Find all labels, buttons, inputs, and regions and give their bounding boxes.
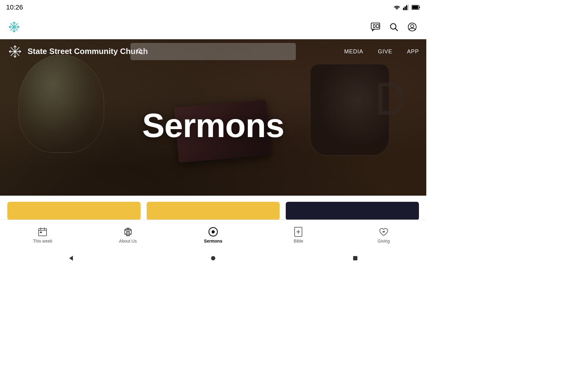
recent-button[interactable] (349, 251, 362, 265)
hero-title: Sermons (142, 106, 284, 145)
nav-item-giving[interactable]: Giving (341, 224, 426, 247)
svg-rect-20 (373, 25, 375, 28)
this-week-icon (38, 227, 47, 237)
svg-point-25 (411, 25, 414, 28)
android-nav-bar (0, 250, 426, 266)
svg-rect-6 (419, 6, 420, 8)
svg-rect-19 (371, 23, 380, 29)
hero-glass-decoration (18, 55, 104, 153)
status-icons (393, 5, 420, 10)
svg-marker-52 (69, 256, 73, 261)
hero-nav-links: MEDIA GIVE APP (344, 48, 419, 55)
nav-item-this-week[interactable]: This week (0, 224, 85, 247)
app-logo-icon[interactable] (7, 20, 21, 34)
status-bar: 10:26 (0, 0, 426, 15)
sermons-icon (208, 227, 218, 237)
hero-search-icon (137, 48, 143, 55)
status-time: 10:26 (6, 3, 23, 11)
giving-label: Giving (378, 239, 390, 243)
svg-rect-0 (403, 8, 404, 10)
battery-icon (412, 5, 420, 10)
church-logo-hero-icon (7, 44, 23, 59)
nav-link-give[interactable]: GIVE (378, 48, 392, 55)
nav-item-sermons[interactable]: Sermons (171, 224, 256, 247)
back-button[interactable] (64, 251, 78, 265)
giving-icon (379, 227, 389, 237)
home-button[interactable] (206, 251, 220, 265)
bottom-nav: This week About Us (0, 220, 426, 250)
content-card-3[interactable] (286, 202, 419, 220)
top-app-bar-actions (369, 20, 419, 34)
svg-rect-40 (39, 228, 47, 236)
hero-search-bar[interactable] (130, 43, 296, 60)
svg-rect-5 (412, 6, 418, 9)
about-us-label: About Us (119, 239, 137, 243)
nav-item-about-us[interactable]: About Us (85, 224, 170, 247)
nav-item-bible[interactable]: Bible (256, 224, 341, 247)
svg-rect-21 (376, 25, 379, 28)
svg-rect-2 (406, 5, 407, 10)
nav-link-media[interactable]: MEDIA (344, 48, 363, 55)
search-input[interactable] (147, 48, 290, 55)
signal-icon (403, 5, 409, 10)
chat-button[interactable] (369, 20, 382, 34)
top-app-bar (0, 15, 426, 39)
svg-line-39 (141, 52, 143, 54)
nav-link-app[interactable]: APP (407, 48, 419, 55)
wifi-icon (393, 5, 401, 10)
content-card-2[interactable] (147, 202, 280, 220)
content-section (0, 196, 426, 220)
svg-line-23 (395, 29, 398, 31)
bible-label: Bible (294, 239, 303, 243)
hero-nav: State Street Community Church MEDIA GIVE… (0, 39, 426, 64)
bible-icon (293, 227, 303, 237)
account-button[interactable] (405, 20, 419, 34)
svg-rect-3 (408, 5, 409, 10)
svg-rect-1 (405, 6, 406, 10)
content-card-1[interactable] (7, 202, 141, 220)
church-brand: State Street Community Church (7, 44, 148, 59)
about-us-icon (123, 227, 133, 237)
hero-section: State Street Community Church MEDIA GIVE… (0, 39, 426, 196)
svg-rect-44 (40, 232, 42, 233)
svg-rect-54 (353, 256, 357, 260)
this-week-label: This week (33, 239, 52, 243)
svg-point-53 (211, 256, 215, 260)
church-name: State Street Community Church (28, 47, 148, 56)
search-button[interactable] (387, 20, 401, 34)
sermons-label: Sermons (204, 239, 222, 243)
hero-mug-decoration (310, 64, 390, 156)
svg-point-24 (408, 23, 416, 31)
